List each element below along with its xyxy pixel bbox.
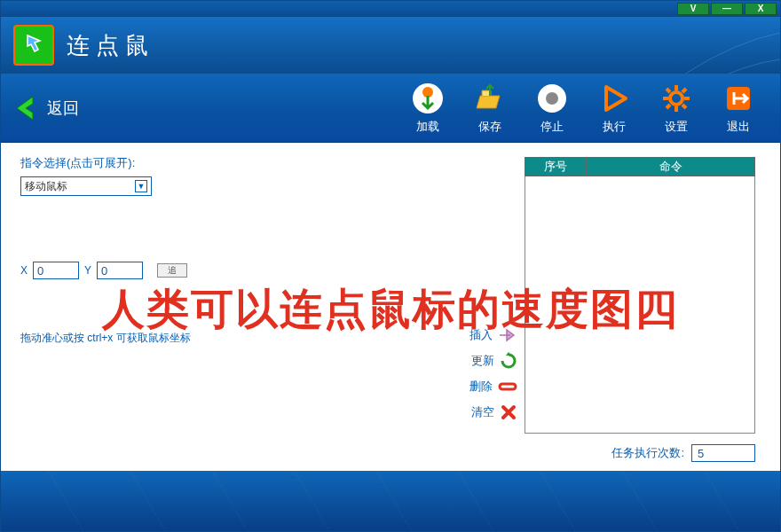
grid-header-seq: 序号 <box>525 157 587 176</box>
close-button[interactable]: X <box>745 3 777 15</box>
svg-point-4 <box>670 92 682 105</box>
y-label: Y <box>84 264 91 277</box>
minimize-button[interactable]: — <box>711 3 743 15</box>
delete-icon <box>498 380 517 393</box>
exec-count-input[interactable] <box>691 444 755 462</box>
grid-actions: 插入 更新 删除 清空 <box>469 327 517 421</box>
insert-label: 插入 <box>469 327 493 343</box>
stop-button[interactable]: 停止 <box>521 82 583 135</box>
load-icon <box>411 82 445 115</box>
save-label: 保存 <box>478 119 501 135</box>
delete-button[interactable]: 删除 <box>469 379 517 395</box>
back-button[interactable]: 返回 <box>13 95 79 121</box>
clear-label: 清空 <box>471 404 494 420</box>
app-header: 连 点 鼠 <box>1 17 780 74</box>
run-button[interactable]: 执行 <box>583 82 645 135</box>
svg-line-12 <box>667 105 670 108</box>
update-label: 更新 <box>471 353 494 369</box>
footer <box>1 471 780 531</box>
exec-count-label: 任务执行次数: <box>611 445 684 461</box>
svg-point-3 <box>546 92 558 105</box>
load-button[interactable]: 加载 <box>397 82 459 135</box>
titlebar: V — X <box>1 1 780 17</box>
exit-icon <box>722 82 755 115</box>
app-icon <box>13 25 54 66</box>
refresh-icon <box>500 352 517 370</box>
insert-arrow-icon <box>498 327 517 343</box>
load-label: 加载 <box>416 119 439 135</box>
stop-label: 停止 <box>540 119 564 135</box>
y-input[interactable] <box>97 262 143 279</box>
command-grid: 序号 命令 <box>525 157 755 434</box>
grid-header-cmd: 命令 <box>587 157 755 176</box>
exit-button[interactable]: 退出 <box>707 82 769 135</box>
svg-line-10 <box>682 105 686 108</box>
svg-rect-14 <box>500 384 516 389</box>
grid-body[interactable] <box>525 176 755 434</box>
x-input[interactable] <box>33 262 79 279</box>
clear-button[interactable]: 清空 <box>471 403 517 421</box>
track-button[interactable]: 追 <box>157 263 187 278</box>
insert-button[interactable]: 插入 <box>469 327 517 343</box>
svg-line-9 <box>667 89 670 92</box>
toolbar: 返回 加载 保存 停止 执行 设置 退出 <box>1 74 780 143</box>
run-label: 执行 <box>603 119 626 135</box>
settings-button[interactable]: 设置 <box>645 82 707 135</box>
stop-icon <box>535 82 569 115</box>
save-button[interactable]: 保存 <box>459 82 521 135</box>
update-button[interactable]: 更新 <box>471 352 517 370</box>
combo-value: 移动鼠标 <box>25 179 67 194</box>
save-icon <box>473 82 507 115</box>
delete-label: 删除 <box>469 379 493 395</box>
chevron-down-icon: ▼ <box>135 180 147 192</box>
app-title: 连 点 鼠 <box>67 30 148 61</box>
exec-count-row: 任务执行次数: <box>611 444 755 462</box>
gear-icon <box>659 82 693 115</box>
run-icon <box>597 82 631 115</box>
exit-label: 退出 <box>727 119 750 135</box>
clear-x-icon <box>500 403 517 421</box>
titlebar-v-button[interactable]: V <box>677 3 709 15</box>
x-label: X <box>20 264 28 277</box>
svg-line-11 <box>682 89 686 92</box>
back-arrow-icon <box>13 95 42 121</box>
back-label: 返回 <box>47 98 79 119</box>
command-select-combo[interactable]: 移动鼠标 ▼ <box>20 176 152 196</box>
settings-label: 设置 <box>665 119 688 135</box>
